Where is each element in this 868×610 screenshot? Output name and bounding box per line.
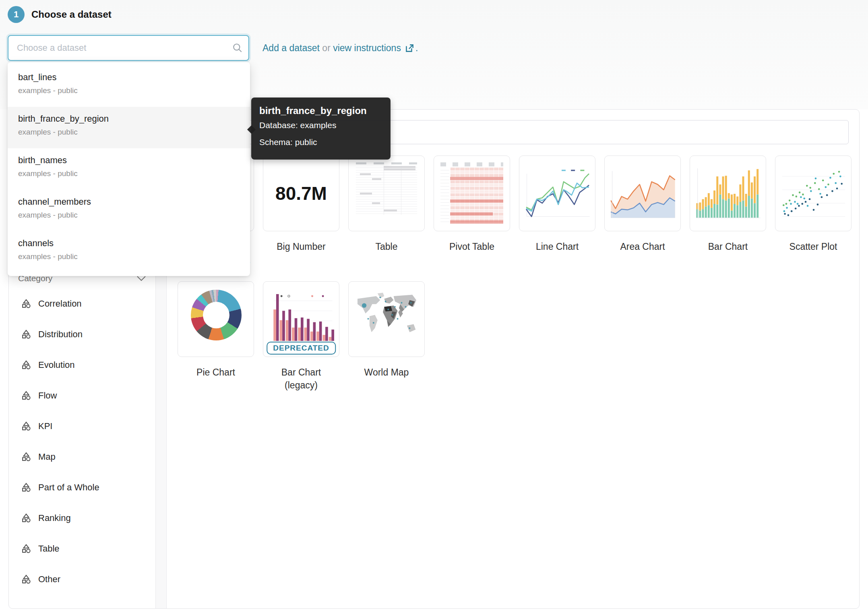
dataset-actions: Add a dataset or view instructions . [262, 35, 418, 61]
shapes-icon [21, 360, 31, 370]
shapes-icon [21, 452, 31, 462]
chart-type-label: Bar Chart [263, 366, 339, 379]
big-number-thumbnail: 80.7M [263, 156, 339, 231]
step-number-badge: 1 [8, 6, 25, 23]
tooltip-database-line: Database: examples [259, 117, 382, 134]
chart-type-card-scatter-plot[interactable]: Scatter Plot [775, 156, 851, 253]
or-text: or [320, 43, 333, 54]
sidebar-item-label: Ranking [38, 513, 71, 523]
chart-type-label: Pivot Table [434, 240, 510, 253]
chart-type-card-big-number[interactable]: 80.7M Big Number [263, 156, 339, 253]
sidebar-item-table[interactable]: Table [18, 533, 151, 564]
chart-type-label: Bar Chart [690, 240, 766, 253]
dataset-name: birth_france_by_region [18, 113, 250, 125]
scatter-plot-thumbnail [775, 156, 851, 231]
chart-type-label-line2: (legacy) [263, 379, 339, 392]
sidebar-item-label: Table [38, 544, 60, 554]
area-chart-thumbnail [604, 156, 681, 231]
sidebar-item-distribution[interactable]: Distribution [18, 319, 151, 350]
dataset-schema: examples - public [18, 251, 250, 263]
sidebar-item-label: Flow [38, 390, 57, 401]
dataset-schema: examples - public [18, 168, 250, 180]
dataset-option-channel-members[interactable]: channel_members examples - public [8, 190, 250, 231]
shapes-icon [21, 513, 31, 523]
dataset-select-input[interactable] [8, 35, 249, 61]
chart-type-card-area-chart[interactable]: Area Chart [604, 156, 681, 253]
shapes-icon [21, 574, 31, 585]
sidebar-item-other[interactable]: Other [18, 564, 151, 595]
sidebar-item-evolution[interactable]: Evolution [18, 350, 151, 380]
sidebar-item-correlation[interactable]: Correlation [18, 288, 151, 319]
sidebar-item-flow[interactable]: Flow [18, 380, 151, 411]
tooltip-title: birth_france_by_region [259, 105, 382, 117]
dataset-schema: examples - public [18, 209, 250, 221]
sidebar-item-label: Map [38, 452, 56, 462]
deprecated-badge: DEPRECATED [267, 342, 336, 355]
chart-type-label: Pie Chart [178, 366, 254, 379]
dataset-name: bart_lines [18, 71, 250, 83]
pie-chart-thumbnail [178, 281, 254, 357]
shapes-icon [21, 421, 31, 432]
world-map-thumbnail [348, 281, 425, 357]
chart-type-label: Area Chart [604, 240, 681, 253]
sidebar-item-kpi[interactable]: KPI [18, 411, 151, 442]
line-chart-thumbnail [519, 156, 595, 231]
dataset-name: birth_names [18, 154, 250, 166]
big-number-value: 80.7M [263, 156, 339, 231]
dataset-dropdown: bart_lines examples - public birth_franc… [8, 62, 250, 276]
tooltip-schema-line: Schema: public [259, 134, 382, 151]
chart-type-label: Scatter Plot [775, 240, 851, 253]
external-link-icon [404, 21, 415, 75]
shapes-icon [21, 544, 31, 554]
shapes-icon [21, 299, 31, 309]
chart-type-card-pie-chart[interactable]: Pie Chart [178, 281, 254, 379]
dataset-schema: examples - public [18, 126, 250, 138]
dataset-tooltip: birth_france_by_region Database: example… [251, 98, 391, 160]
chart-type-label: World Map [348, 366, 425, 379]
sidebar-item-label: Correlation [38, 299, 82, 309]
sidebar-item-label: KPI [38, 421, 52, 432]
dataset-option-birth-names[interactable]: birth_names examples - public [8, 148, 250, 190]
sidebar-item-label: Other [38, 574, 60, 585]
dataset-name: channel_members [18, 196, 250, 208]
chart-type-label: Table [348, 240, 425, 253]
sidebar-item-ranking[interactable]: Ranking [18, 503, 151, 533]
pivot-table-thumbnail [434, 156, 510, 231]
dataset-schema: examples - public [18, 85, 250, 97]
shapes-icon [21, 329, 31, 340]
chart-type-label: Line Chart [519, 240, 595, 253]
chart-type-card-world-map[interactable]: World Map [348, 281, 425, 379]
search-icon [232, 43, 243, 53]
dataset-option-birth-france-by-region[interactable]: birth_france_by_region examples - public [8, 107, 250, 148]
sidebar-item-label: Part of a Whole [38, 482, 99, 493]
dataset-name: channels [18, 237, 250, 249]
bar-chart-legacy-thumbnail: DEPRECATED [263, 281, 339, 357]
sidebar-item-label: Evolution [38, 360, 75, 370]
chart-type-card-line-chart[interactable]: Line Chart [519, 156, 595, 253]
sidebar-item-part-of-a-whole[interactable]: Part of a Whole [18, 472, 151, 503]
dataset-select[interactable] [8, 35, 249, 61]
pie-donut-graphic [191, 290, 242, 340]
shapes-icon [21, 482, 31, 493]
chart-type-label: Big Number [263, 240, 339, 253]
dataset-option-channels[interactable]: channels examples - public [8, 231, 250, 273]
shapes-icon [21, 390, 31, 401]
chart-type-card-bar-chart[interactable]: Bar Chart [690, 156, 766, 253]
view-instructions-link[interactable]: view instructions [333, 43, 401, 54]
dataset-option-bart-lines[interactable]: bart_lines examples - public [8, 65, 250, 107]
sidebar-item-label: Distribution [38, 329, 83, 340]
sidebar-item-map[interactable]: Map [18, 442, 151, 472]
bar-chart-thumbnail [690, 156, 766, 231]
add-dataset-link[interactable]: Add a dataset [262, 43, 320, 54]
chart-type-card-pivot-table[interactable]: Pivot Table [434, 156, 510, 253]
page-title: Choose a dataset [31, 9, 112, 20]
period-text: . [415, 43, 418, 54]
chart-type-card-table[interactable]: Table [348, 156, 425, 253]
chart-type-card-bar-chart-legacy[interactable]: DEPRECATED Bar Chart (legacy) [263, 281, 339, 392]
table-thumbnail [348, 156, 425, 231]
